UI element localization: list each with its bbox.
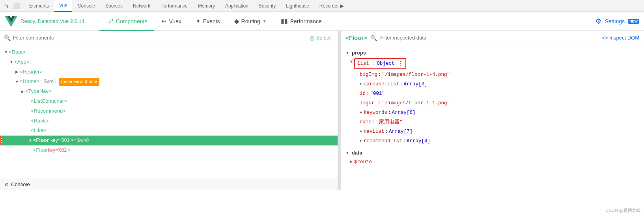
component-tree[interactable]: ▼ <Root> ▼ <App> ▶ <Header> ▼ <Home> = $… bbox=[0, 45, 338, 179]
tab-bar: ↰ ⬜ Elements Vue Console Sources Network… bbox=[0, 0, 644, 12]
list-highlight-box: list : Object ⋮ bbox=[354, 58, 406, 69]
prop-menu-icon[interactable]: ⋮ bbox=[398, 60, 403, 68]
vuex-icon: ↩ bbox=[161, 17, 166, 25]
prop-imgurl: imgUrl : "/images/floor-1-1.png" bbox=[341, 98, 644, 108]
prop-value: "/images/floor-1-1.png" bbox=[382, 99, 450, 107]
select-button[interactable]: ◎ Select bbox=[306, 34, 334, 42]
console-label: Console bbox=[11, 181, 30, 187]
tree-item-floor-001[interactable]: ▼ <Floor key='001'> = $vm0 bbox=[0, 136, 338, 145]
settings-gear-icon: ⚙ bbox=[595, 17, 601, 26]
prop-value: Array[4] bbox=[407, 137, 430, 145]
prop-key-route: $route bbox=[354, 158, 372, 166]
vue-devtools-header: Ready. Detected Vue 2.6.14. ⎇ Components… bbox=[0, 12, 644, 31]
nav-components[interactable]: ⎇ Components bbox=[99, 12, 154, 31]
tree-tag: <Floor bbox=[33, 146, 48, 155]
prop-carousellist[interactable]: ▶ carouselList : Array[3] bbox=[341, 79, 644, 89]
tree-tag: <Home> bbox=[20, 77, 39, 86]
nav-events[interactable]: ✦ Events bbox=[189, 12, 227, 31]
inspect-dom-button[interactable]: <> Inspect DOM bbox=[602, 35, 639, 41]
prop-key: recommendList bbox=[364, 137, 402, 145]
filter-search-icon: 🔍 bbox=[4, 35, 11, 41]
prop-expand-icon: ▶ bbox=[360, 128, 362, 135]
tab-application[interactable]: Application bbox=[220, 0, 253, 12]
tree-item-floor-002[interactable]: <Floor key='002'> bbox=[0, 145, 338, 155]
tab-console[interactable]: Console bbox=[73, 0, 100, 12]
prop-colon: : bbox=[371, 60, 375, 68]
tree-tag: <ListContainer> bbox=[31, 97, 67, 106]
tree-tag: <Header> bbox=[20, 68, 43, 76]
expand-arrow-icon: ▶ bbox=[14, 69, 20, 75]
prop-value: "/images/floor-1-4.png" bbox=[382, 71, 450, 79]
filter-components-input[interactable] bbox=[13, 35, 304, 41]
main-layout: 🔍 ◎ Select ▼ <Root> ▼ <App> bbox=[0, 31, 644, 190]
tree-tag: <Recommend> bbox=[31, 107, 66, 115]
select-label: Select bbox=[316, 35, 330, 41]
tree-item-rank[interactable]: <Rank> bbox=[0, 116, 338, 126]
performance-icon: ▮▮ bbox=[281, 17, 288, 25]
tree-item-header[interactable]: ▶ <Header> bbox=[0, 67, 338, 77]
prop-key: keywords bbox=[364, 109, 387, 117]
tab-vue[interactable]: Vue bbox=[54, 0, 72, 12]
tree-item-listcontainer[interactable]: <ListContainer> bbox=[0, 96, 338, 106]
nav-performance[interactable]: ▮▮ Performance bbox=[274, 12, 329, 31]
console-icon: ⊘ bbox=[5, 182, 9, 187]
tree-item-recommend[interactable]: <Recommend> bbox=[0, 106, 338, 116]
props-section-header[interactable]: ▼ props bbox=[341, 48, 644, 57]
data-section-label: data bbox=[352, 150, 362, 156]
prop-key: carouselList bbox=[364, 80, 399, 88]
expand-arrow-icon: ▼ bbox=[28, 138, 33, 144]
right-panel: <Floor> 🔍 <> Inspect DOM ▼ props ▼ list … bbox=[341, 31, 644, 190]
filter-inspected-input[interactable] bbox=[380, 35, 599, 41]
tree-tag-floor: <Floor bbox=[33, 136, 49, 145]
expand-arrow-icon: ▼ bbox=[3, 49, 9, 55]
tree-tag: <Rank> bbox=[31, 117, 49, 125]
prop-colon: : bbox=[378, 99, 381, 107]
prop-expand-icon: ▶ bbox=[350, 159, 353, 165]
nav-components-label: Components bbox=[116, 18, 147, 25]
props-section-arrow-icon: ▼ bbox=[345, 51, 349, 55]
tree-tag: <App> bbox=[14, 58, 29, 66]
tree-item-app[interactable]: ▼ <App> bbox=[0, 57, 338, 67]
selected-component-name: <Floor> bbox=[345, 34, 367, 41]
data-section-header[interactable]: ▼ data bbox=[341, 148, 644, 157]
props-container: ▼ props ▼ list : Object ⋮ bigImg : "/ima… bbox=[341, 45, 644, 190]
tree-item-home[interactable]: ▼ <Home> = $vm1 router-view: /home bbox=[0, 77, 338, 87]
prop-recommendlist[interactable]: ▶ recommendList : Array[4] bbox=[341, 136, 644, 146]
prop-keywords[interactable]: ▶ keywords : Array[6] bbox=[341, 108, 644, 117]
vue-logo-icon bbox=[5, 15, 17, 28]
tab-bar-icons: ↰ ⬜ bbox=[3, 2, 20, 9]
prop-colon: : bbox=[388, 109, 391, 117]
tab-recorder[interactable]: Recorder ▶ bbox=[315, 0, 349, 12]
prop-colon: : bbox=[400, 80, 403, 88]
prop-name: name : "家用电器" bbox=[341, 117, 644, 127]
tree-item-root[interactable]: ▼ <Root> bbox=[0, 47, 338, 57]
dock-icon[interactable]: ⬜ bbox=[13, 2, 20, 9]
props-section-label: props bbox=[352, 50, 366, 56]
prop-key: imgUrl bbox=[360, 99, 377, 107]
tab-network[interactable]: Network bbox=[128, 0, 155, 12]
tab-sources[interactable]: Sources bbox=[101, 0, 127, 12]
tree-item-typenav[interactable]: ▶ <TypeNav> bbox=[0, 87, 338, 96]
tree-tag: <Like> bbox=[31, 126, 46, 135]
select-target-icon: ◎ bbox=[310, 35, 314, 41]
nav-vuex[interactable]: ↩ Vuex bbox=[154, 12, 188, 31]
prop-navlist[interactable]: ▶ navList : Array[7] bbox=[341, 127, 644, 136]
tab-elements[interactable]: Elements bbox=[24, 0, 54, 12]
back-icon[interactable]: ↰ bbox=[3, 2, 10, 9]
tab-memory[interactable]: Memory bbox=[193, 0, 220, 12]
router-badge: router-view: /home bbox=[59, 78, 99, 86]
data-section-arrow-icon: ▼ bbox=[345, 151, 349, 155]
tab-security[interactable]: Security bbox=[254, 0, 280, 12]
prop-list-object[interactable]: ▼ list : Object ⋮ bbox=[341, 57, 644, 70]
nav-events-label: Events bbox=[203, 18, 220, 25]
prop-value: Array[6] bbox=[392, 109, 416, 117]
tab-lighthouse[interactable]: Lighthouse bbox=[281, 0, 314, 12]
prop-route[interactable]: ▶ $route bbox=[341, 157, 644, 167]
settings-button[interactable]: ⚙ Settings NEW bbox=[595, 17, 639, 26]
tab-performance[interactable]: Performance bbox=[156, 0, 192, 12]
tree-item-like[interactable]: <Like> bbox=[0, 126, 338, 136]
nav-routing[interactable]: ◆ Routing ▼ bbox=[227, 12, 274, 31]
console-bar[interactable]: ⊘ Console bbox=[0, 179, 338, 190]
routing-arrow-icon: ▼ bbox=[263, 19, 267, 23]
vue-logo: Ready. Detected Vue 2.6.14. bbox=[5, 15, 91, 28]
